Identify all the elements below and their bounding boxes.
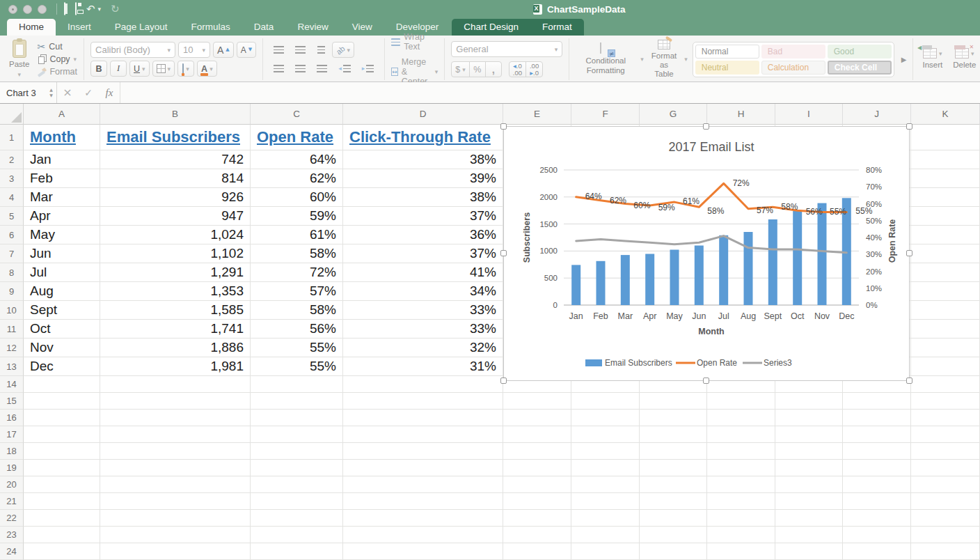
- row-header-5[interactable]: 5: [0, 207, 24, 226]
- chart-resize-handle[interactable]: [906, 123, 912, 130]
- cell-K1[interactable]: [911, 125, 980, 150]
- copy-button[interactable]: Copy ▾: [37, 54, 77, 64]
- cell-K10[interactable]: [911, 301, 980, 320]
- workbook-icon[interactable]: [64, 3, 65, 15]
- row-header-22[interactable]: 22: [0, 510, 24, 527]
- cell-D24[interactable]: [343, 543, 503, 560]
- cell-A13[interactable]: Dec: [24, 357, 100, 376]
- conditional-formatting-button[interactable]: ≠ Conditional Formatting: [576, 42, 635, 75]
- cell-B20[interactable]: [100, 476, 251, 493]
- cell-G19[interactable]: [640, 460, 707, 476]
- cell-C16[interactable]: [251, 410, 343, 426]
- cell-K15[interactable]: [911, 393, 980, 410]
- cell-E22[interactable]: [503, 510, 571, 527]
- italic-button[interactable]: I: [110, 61, 127, 77]
- cell-K11[interactable]: [911, 320, 980, 339]
- cell-G17[interactable]: [640, 426, 707, 443]
- row-header-21[interactable]: 21: [0, 493, 24, 510]
- name-box[interactable]: Chart 3: [0, 82, 46, 103]
- cell-C12[interactable]: 55%: [251, 339, 343, 357]
- minimize-button[interactable]: [23, 5, 32, 14]
- cell-I16[interactable]: [775, 410, 843, 426]
- cell-G18[interactable]: [640, 443, 707, 460]
- cell-I17[interactable]: [775, 426, 843, 443]
- cell-H24[interactable]: [707, 543, 775, 560]
- cell-C22[interactable]: [251, 510, 343, 527]
- cell-I20[interactable]: [775, 476, 843, 493]
- cell-D2[interactable]: 38%: [343, 150, 503, 169]
- tab-page-layout[interactable]: Page Layout: [103, 19, 180, 36]
- cell-G15[interactable]: [640, 393, 707, 410]
- tab-review[interactable]: Review: [285, 19, 340, 36]
- cell-B7[interactable]: 1,102: [100, 244, 251, 263]
- row-header-3[interactable]: 3: [0, 169, 24, 188]
- cell-C20[interactable]: [251, 476, 343, 493]
- cell-G16[interactable]: [640, 410, 707, 426]
- cell-B1[interactable]: Email Subscribers: [100, 125, 251, 150]
- cell-C7[interactable]: 58%: [251, 244, 343, 263]
- cell-H17[interactable]: [707, 426, 775, 443]
- cell-I18[interactable]: [775, 443, 843, 460]
- cell-C13[interactable]: 55%: [251, 357, 343, 376]
- cell-C19[interactable]: [251, 460, 343, 476]
- number-format-select[interactable]: General▾: [451, 41, 562, 57]
- cell-D15[interactable]: [343, 393, 503, 410]
- cell-K6[interactable]: [911, 226, 980, 244]
- cell-H20[interactable]: [707, 476, 775, 493]
- column-header-C[interactable]: C: [251, 104, 343, 125]
- cell-K24[interactable]: [911, 543, 980, 560]
- redo-icon[interactable]: ↻: [111, 4, 120, 15]
- align-top-button[interactable]: [269, 42, 288, 58]
- cell-H18[interactable]: [707, 443, 775, 460]
- column-header-H[interactable]: H: [707, 104, 775, 125]
- cell-J15[interactable]: [843, 393, 911, 410]
- cell-H15[interactable]: [707, 393, 775, 410]
- cell-B5[interactable]: 947: [100, 207, 251, 226]
- cell-K23[interactable]: [911, 527, 980, 543]
- row-header-19[interactable]: 19: [0, 460, 24, 476]
- cell-K14[interactable]: [911, 376, 980, 393]
- cell-G24[interactable]: [640, 543, 707, 560]
- cell-C5[interactable]: 59%: [251, 207, 343, 226]
- cell-B10[interactable]: 1,585: [100, 301, 251, 320]
- align-right-button[interactable]: [313, 61, 331, 77]
- close-button[interactable]: [8, 5, 17, 14]
- cell-H16[interactable]: [707, 410, 775, 426]
- column-header-B[interactable]: B: [100, 104, 251, 125]
- cell-C6[interactable]: 61%: [251, 226, 343, 244]
- cell-C11[interactable]: 56%: [251, 320, 343, 339]
- cell-A6[interactable]: May: [24, 226, 100, 244]
- row-header-7[interactable]: 7: [0, 244, 24, 263]
- cell-K21[interactable]: [911, 493, 980, 510]
- cell-K22[interactable]: [911, 510, 980, 527]
- cell-I19[interactable]: [775, 460, 843, 476]
- cell-I21[interactable]: [775, 493, 843, 510]
- row-header-18[interactable]: 18: [0, 443, 24, 460]
- cell-K16[interactable]: [911, 410, 980, 426]
- cell-D19[interactable]: [343, 460, 503, 476]
- cell-B9[interactable]: 1,353: [100, 282, 251, 301]
- row-header-13[interactable]: 13: [0, 357, 24, 376]
- bold-button[interactable]: B: [90, 61, 107, 77]
- cell-D12[interactable]: 32%: [343, 339, 503, 357]
- cell-I23[interactable]: [775, 527, 843, 543]
- undo-icon[interactable]: ↶: [86, 4, 95, 15]
- cell-A12[interactable]: Nov: [24, 339, 100, 357]
- cell-C9[interactable]: 57%: [251, 282, 343, 301]
- formula-input[interactable]: [120, 82, 980, 103]
- row-header-4[interactable]: 4: [0, 188, 24, 207]
- undo-dropdown-icon[interactable]: ▾: [98, 6, 102, 13]
- row-header-6[interactable]: 6: [0, 226, 24, 244]
- cell-B13[interactable]: 1,981: [100, 357, 251, 376]
- cell-F15[interactable]: [571, 393, 640, 410]
- style-neutral[interactable]: Neutral: [695, 61, 759, 75]
- cell-C24[interactable]: [251, 543, 343, 560]
- row-header-16[interactable]: 16: [0, 410, 24, 426]
- chart-resize-handle[interactable]: [906, 250, 912, 256]
- cell-D11[interactable]: 33%: [343, 320, 503, 339]
- increase-decimal-button[interactable]: ◂.0.00: [509, 61, 526, 77]
- cell-K19[interactable]: [911, 460, 980, 476]
- column-header-G[interactable]: G: [640, 104, 707, 125]
- select-all-corner[interactable]: [0, 104, 24, 125]
- cell-A21[interactable]: [24, 493, 100, 510]
